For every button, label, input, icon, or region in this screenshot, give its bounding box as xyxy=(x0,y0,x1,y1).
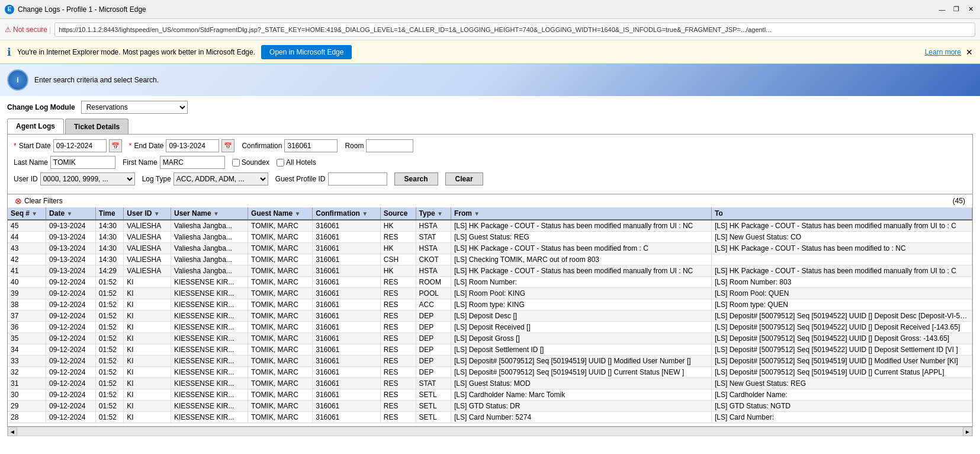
table-cell: [LS] Room type: KING xyxy=(451,299,712,311)
tab-agent-logs[interactable]: Agent Logs xyxy=(7,119,64,134)
table-cell: KI xyxy=(124,322,171,333)
col-to[interactable]: To xyxy=(711,207,972,220)
close-window-button[interactable]: ✕ xyxy=(966,5,975,14)
confirmation-input[interactable] xyxy=(284,139,338,152)
search-button[interactable]: Search xyxy=(394,172,438,186)
table-row: 3409-12-202401:52KIKIESSENSE KIR...TOMIK… xyxy=(8,344,972,356)
table-cell: KIESSENSE KIR... xyxy=(171,389,248,401)
table-cell: 32 xyxy=(8,367,46,378)
table-cell: 316061 xyxy=(313,277,381,288)
scroll-track[interactable] xyxy=(17,427,963,436)
table-cell: DEP xyxy=(416,322,451,333)
table-cell: [LS] HK Package - COUT - Status has been… xyxy=(451,220,712,232)
open-in-edge-button[interactable]: Open in Microsoft Edge xyxy=(261,45,352,59)
last-name-input[interactable] xyxy=(50,156,115,169)
module-select[interactable]: Reservations Profiles Events Folios xyxy=(81,101,188,114)
guestprofile-group: Guest Profile ID xyxy=(275,172,387,186)
clear-button[interactable]: Clear xyxy=(445,172,483,186)
table-cell: HK xyxy=(380,220,416,232)
table-row: 4509-13-202414:30VALIESHAValiesha Jangba… xyxy=(8,220,972,232)
scroll-left-button[interactable]: ◄ xyxy=(8,427,17,436)
learn-more-link[interactable]: Learn more xyxy=(925,48,961,56)
minimize-button[interactable]: — xyxy=(937,5,947,14)
col-source[interactable]: Source xyxy=(380,207,416,220)
start-date-label: Start Date xyxy=(19,142,51,150)
table-row: 2809-12-202401:52KIKIESSENSE KIR...TOMIK… xyxy=(8,412,972,423)
col-seq[interactable]: Seq # ▼ xyxy=(8,207,46,220)
soundex-checkbox[interactable] xyxy=(232,159,240,167)
col-time[interactable]: Time xyxy=(95,207,124,220)
table-cell: 316061 xyxy=(313,266,381,277)
guest-profile-input[interactable] xyxy=(328,172,387,186)
clear-filters-label: Clear Filters xyxy=(24,197,63,205)
table-cell: TOMIK, MARC xyxy=(248,266,313,277)
table-cell: [LS] New Guest Status: CO xyxy=(711,232,972,243)
table-cell: KIESSENSE KIR... xyxy=(171,344,248,356)
address-bar[interactable]: https://10.1.1.2:8443/lightspeed/en_US/c… xyxy=(54,23,975,37)
end-date-calendar-button[interactable]: 📅 xyxy=(221,139,234,152)
start-date-input[interactable] xyxy=(53,139,107,152)
table-cell: TOMIK, MARC xyxy=(248,288,313,299)
security-icon: ⚠ xyxy=(5,25,11,34)
info-icon: i xyxy=(7,69,28,91)
horizontal-scrollbar[interactable]: ◄ ► xyxy=(7,427,973,436)
col-type[interactable]: Type ▼ xyxy=(416,207,451,220)
first-name-input[interactable] xyxy=(160,156,225,169)
table-cell: HK xyxy=(380,243,416,254)
col-date[interactable]: Date ▼ xyxy=(46,207,96,220)
table-cell: KIESSENSE KIR... xyxy=(171,367,248,378)
table-cell: VALIESHA xyxy=(124,254,171,266)
log-type-select[interactable]: ACC, ADDR, ADM, ... xyxy=(173,172,268,186)
table-cell: 01:52 xyxy=(95,288,124,299)
all-hotels-checkbox[interactable] xyxy=(277,159,284,167)
table-cell: POOL xyxy=(416,288,451,299)
table-cell: 01:52 xyxy=(95,412,124,423)
ie-bar-close-icon[interactable]: ✕ xyxy=(966,47,973,57)
room-input[interactable] xyxy=(366,139,413,152)
table-cell: 09-12-2024 xyxy=(46,378,96,389)
table-cell: 14:30 xyxy=(95,243,124,254)
tab-ticket-details[interactable]: Ticket Details xyxy=(65,119,128,134)
col-from[interactable]: From ▼ xyxy=(451,207,712,220)
table-cell: TOMIK, MARC xyxy=(248,356,313,367)
table-cell: 39 xyxy=(8,288,46,299)
table-cell: 316061 xyxy=(313,412,381,423)
table-cell: 09-12-2024 xyxy=(46,299,96,311)
table-cell: [LS] Card Number: xyxy=(711,412,972,423)
logtype-group: Log Type ACC, ADDR, ADM, ... xyxy=(142,172,268,186)
table-cell: 36 xyxy=(8,322,46,333)
table-cell: 316061 xyxy=(313,322,381,333)
table-cell: KI xyxy=(124,311,171,322)
table-cell: KIESSENSE KIR... xyxy=(171,412,248,423)
table-cell: SETL xyxy=(416,401,451,412)
scroll-right-button[interactable]: ► xyxy=(963,427,972,436)
table-cell: 316061 xyxy=(313,333,381,344)
table-cell: 01:52 xyxy=(95,378,124,389)
start-date-calendar-button[interactable]: 📅 xyxy=(109,139,122,152)
table-cell: CSH xyxy=(380,254,416,266)
col-guestname[interactable]: Guest Name ▼ xyxy=(248,207,313,220)
browser-title: Change Logs - Profile 1 - Microsoft Edge xyxy=(18,5,146,14)
table-cell: RES xyxy=(380,389,416,401)
table-cell: [LS] Deposit# [50079512] Seq [50194522] … xyxy=(711,333,972,344)
header-instruction: Enter search criteria and select Search. xyxy=(34,76,159,84)
end-date-input[interactable] xyxy=(166,139,219,152)
form-row-3: User ID 0000, 1200, 9999, ... Log Type A… xyxy=(14,172,966,186)
url-text: https://10.1.1.2:8443/lightspeed/en_US/c… xyxy=(59,26,771,33)
clear-filters-link[interactable]: ⊗ Clear Filters xyxy=(15,196,63,206)
table-cell: 01:52 xyxy=(95,333,124,344)
data-table-wrap[interactable]: Seq # ▼ Date ▼ Time User ID ▼ User Name … xyxy=(7,207,973,427)
col-userid[interactable]: User ID ▼ xyxy=(124,207,171,220)
table-row: 3509-12-202401:52KIKIESSENSE KIR...TOMIK… xyxy=(8,333,972,344)
col-username[interactable]: User Name ▼ xyxy=(171,207,248,220)
table-row: 4009-12-202401:52KIKIESSENSE KIR...TOMIK… xyxy=(8,277,972,288)
table-cell: RES xyxy=(380,344,416,356)
col-confirmation[interactable]: Confirmation ▼ xyxy=(313,207,381,220)
user-id-select[interactable]: 0000, 1200, 9999, ... xyxy=(40,172,135,186)
restore-button[interactable]: ❐ xyxy=(952,5,961,14)
table-cell: Valiesha Jangba... xyxy=(171,266,248,277)
table-cell: 09-12-2024 xyxy=(46,311,96,322)
table-cell: 33 xyxy=(8,356,46,367)
table-cell: TOMIK, MARC xyxy=(248,344,313,356)
table-cell: [LS] HK Package - COUT - Status has been… xyxy=(711,266,972,277)
